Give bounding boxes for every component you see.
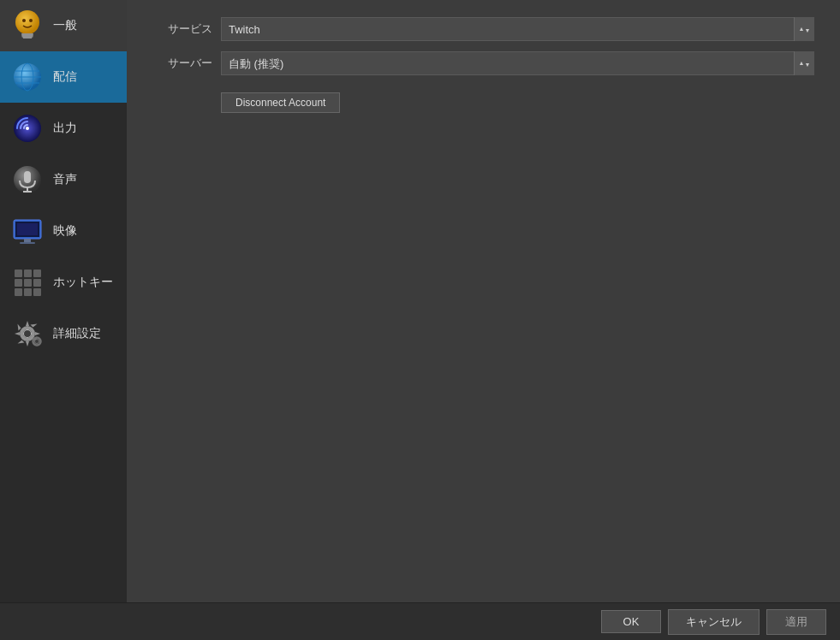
output-icon: [10, 111, 45, 145]
sidebar-item-hotkey[interactable]: ホットキー: [0, 257, 127, 308]
svg-rect-22: [24, 270, 32, 277]
ok-button[interactable]: OK: [601, 610, 661, 633]
svg-rect-18: [17, 223, 38, 235]
sidebar-item-output-label: 出力: [53, 121, 77, 136]
hotkey-icon: [10, 265, 45, 299]
bottom-bar: OK キャンセル 適用: [0, 602, 840, 640]
svg-rect-24: [15, 279, 22, 287]
video-icon: [10, 214, 45, 248]
sidebar-item-hotkey-label: ホットキー: [53, 275, 113, 290]
svg-point-1: [22, 19, 26, 22]
svg-point-2: [29, 19, 33, 22]
sidebar-item-output[interactable]: 出力: [0, 103, 127, 154]
sidebar-item-general[interactable]: 一般: [0, 0, 127, 51]
sidebar-item-general-label: 一般: [53, 18, 77, 33]
svg-rect-19: [24, 239, 31, 242]
svg-marker-4: [21, 33, 33, 39]
sidebar: 一般 配信: [0, 0, 127, 602]
sidebar-item-streaming[interactable]: 配信: [0, 51, 127, 103]
svg-point-0: [15, 10, 39, 34]
server-select[interactable]: 自動 (推奨): [221, 51, 814, 75]
svg-rect-25: [24, 279, 32, 287]
sidebar-item-advanced[interactable]: 詳細設定: [0, 308, 127, 359]
server-label: サーバー: [152, 56, 212, 71]
apply-button[interactable]: 適用: [766, 609, 826, 635]
svg-rect-26: [33, 279, 41, 287]
svg-rect-29: [33, 288, 41, 296]
sidebar-item-video-label: 映像: [53, 223, 77, 239]
svg-rect-23: [33, 270, 41, 277]
svg-point-35: [35, 340, 39, 343]
server-select-wrapper: 自動 (推奨): [221, 51, 814, 75]
svg-rect-21: [15, 270, 22, 277]
service-label: サービス: [152, 21, 212, 37]
sidebar-item-video[interactable]: 映像: [0, 205, 127, 257]
svg-point-32: [24, 330, 31, 337]
advanced-icon: [10, 317, 45, 351]
sidebar-item-streaming-label: 配信: [53, 69, 77, 85]
svg-rect-27: [15, 288, 22, 296]
cancel-button[interactable]: キャンセル: [668, 609, 760, 635]
sidebar-item-audio[interactable]: 音声: [0, 154, 127, 205]
svg-rect-20: [20, 242, 35, 244]
server-row: サーバー 自動 (推奨): [152, 51, 814, 75]
service-select-wrapper: Twitch: [221, 17, 814, 41]
svg-rect-28: [24, 288, 32, 296]
disconnect-area: Disconnect Account: [152, 86, 814, 113]
service-row: サービス Twitch: [152, 17, 814, 41]
sidebar-item-advanced-label: 詳細設定: [53, 326, 101, 341]
general-icon: [10, 9, 45, 43]
audio-icon: [10, 163, 45, 197]
disconnect-account-button[interactable]: Disconnect Account: [221, 92, 340, 113]
svg-rect-13: [24, 171, 31, 183]
service-select[interactable]: Twitch: [221, 17, 814, 41]
content-area: サービス Twitch サーバー 自動 (推奨) Disconnect Acco…: [127, 0, 840, 602]
sidebar-item-audio-label: 音声: [53, 172, 77, 187]
streaming-icon: [10, 60, 45, 94]
svg-point-11: [26, 127, 29, 130]
